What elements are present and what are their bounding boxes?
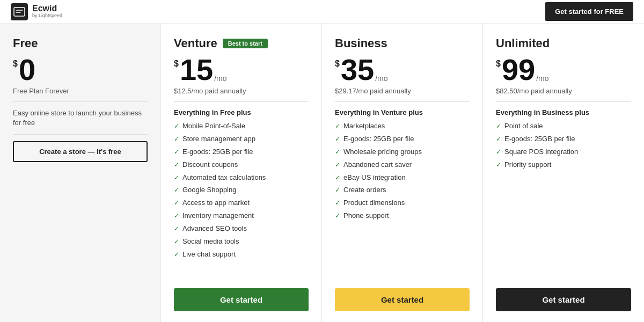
features-title-unlimited: Everything in Business plus	[496, 108, 631, 116]
plan-header-free: Free	[13, 36, 148, 50]
price-annual-free: Free Plan Forever	[13, 87, 148, 102]
cta-button-venture[interactable]: Get started	[174, 288, 309, 311]
features-title-business: Everything in Venture plus	[335, 108, 470, 116]
check-icon: ✓	[174, 212, 179, 221]
feature-item: ✓ Marketplaces	[335, 122, 470, 131]
price-annual-business: $29.17/mo paid annually	[335, 87, 470, 102]
price-amount-free: 0	[19, 55, 35, 85]
logo-main-text: Ecwid	[32, 4, 62, 13]
header-cta-button[interactable]: Get started for FREE	[545, 2, 633, 21]
cta-button-free[interactable]: Create a store — it's free	[13, 141, 148, 162]
feature-text: Create orders	[343, 186, 386, 195]
price-row-free: $ 0	[13, 55, 148, 85]
price-row-unlimited: $ 99 /mo	[496, 55, 631, 85]
plan-header-business: Business	[335, 36, 470, 50]
feature-text: Phone support	[343, 211, 389, 221]
features-title-venture: Everything in Free plus	[174, 108, 309, 116]
check-icon: ✓	[335, 148, 340, 157]
feature-item: ✓ E-goods: 25GB per file	[496, 135, 631, 144]
feature-text: E-goods: 25GB per file	[504, 135, 575, 144]
features-section-business: Everything in Venture plus ✓ Marketplace…	[335, 108, 470, 288]
feature-item: ✓ Point of sale	[496, 122, 631, 131]
header: Ecwid by Lightspeed Get started for FREE	[0, 0, 644, 24]
cta-button-unlimited[interactable]: Get started	[496, 288, 631, 311]
feature-item: ✓ Phone support	[335, 211, 470, 221]
price-amount-unlimited: 99	[502, 55, 535, 85]
check-icon: ✓	[174, 199, 179, 208]
check-icon: ✓	[496, 161, 501, 170]
price-dollar-unlimited: $	[496, 59, 501, 69]
check-icon: ✓	[174, 238, 179, 246]
price-row-venture: $ 15 /mo	[174, 55, 309, 85]
check-icon: ✓	[174, 122, 179, 131]
feature-text: eBay US integration	[343, 173, 406, 182]
plan-card-unlimited: Unlimited $ 99 /mo $82.50/mo paid annual…	[483, 24, 644, 322]
feature-text: Live chat support	[182, 250, 236, 259]
price-dollar-business: $	[335, 59, 340, 69]
check-icon: ✓	[496, 122, 501, 131]
features-section-unlimited: Everything in Business plus ✓ Point of s…	[496, 108, 631, 288]
price-dollar-free: $	[13, 59, 18, 69]
check-icon: ✓	[174, 225, 179, 233]
feature-text: Google Shopping	[182, 186, 236, 195]
svg-rect-0	[14, 8, 25, 16]
feature-text: E-goods: 25GB per file	[343, 135, 414, 144]
feature-text: Point of sale	[504, 122, 543, 131]
feature-text: Access to app market	[182, 199, 250, 208]
check-icon: ✓	[335, 174, 340, 182]
feature-item: ✓ Inventory management	[174, 211, 309, 221]
feature-text: E-goods: 25GB per file	[182, 148, 253, 157]
logo-sub-text: by Lightspeed	[32, 13, 62, 19]
plan-header-venture: Venture Best to start	[174, 36, 309, 50]
feature-item: ✓ Square POS integration	[496, 148, 631, 157]
price-row-business: $ 35 /mo	[335, 55, 470, 85]
feature-item: ✓ Google Shopping	[174, 186, 309, 195]
price-annual-unlimited: $82.50/mo paid annually	[496, 87, 631, 102]
check-icon: ✓	[174, 186, 179, 195]
check-icon: ✓	[496, 148, 501, 157]
check-icon: ✓	[174, 135, 179, 144]
feature-item: ✓ Discount coupons	[174, 160, 309, 170]
feature-item: ✓ Automated tax calculations	[174, 173, 309, 182]
check-icon: ✓	[174, 251, 179, 259]
check-icon: ✓	[174, 174, 179, 182]
feature-item: ✓ Access to app market	[174, 199, 309, 208]
feature-text: Square POS integration	[504, 148, 578, 157]
feature-text: Priority support	[504, 160, 551, 170]
feature-text: Advanced SEO tools	[182, 224, 247, 233]
feature-text: Product dimensions	[343, 199, 405, 208]
plan-name-venture: Venture	[174, 36, 217, 50]
feature-item: ✓ E-goods: 25GB per file	[174, 148, 309, 157]
feature-text: Automated tax calculations	[182, 173, 266, 182]
plan-card-free: Free $ 0 Free Plan ForeverEasy online st…	[0, 24, 161, 322]
feature-item: ✓ Priority support	[496, 160, 631, 170]
feature-item: ✓ Store management app	[174, 135, 309, 144]
feature-text: Marketplaces	[343, 122, 385, 131]
logo: Ecwid by Lightspeed	[11, 3, 62, 20]
feature-text: Abandoned cart saver	[343, 160, 412, 170]
plan-name-business: Business	[335, 36, 387, 50]
check-icon: ✓	[496, 135, 501, 144]
price-period-venture: /mo	[214, 74, 226, 83]
feature-item: ✓ Mobile Point-of-Sale	[174, 122, 309, 131]
plan-card-venture: Venture Best to start $ 15 /mo $12.5/mo …	[161, 24, 322, 322]
feature-item: ✓ Advanced SEO tools	[174, 224, 309, 233]
feature-item: ✓ E-goods: 25GB per file	[335, 135, 470, 144]
check-icon: ✓	[174, 161, 179, 170]
plan-name-free: Free	[13, 36, 38, 50]
best-badge-venture: Best to start	[223, 39, 268, 48]
plan-tagline-free: Easy online store to launch your busines…	[13, 108, 148, 135]
price-period-business: /mo	[375, 74, 387, 83]
feature-item: ✓ Create orders	[335, 186, 470, 195]
logo-icon	[11, 3, 28, 20]
feature-item: ✓ Abandoned cart saver	[335, 160, 470, 170]
check-icon: ✓	[335, 212, 340, 221]
cta-button-business[interactable]: Get started	[335, 288, 470, 311]
check-icon: ✓	[335, 199, 340, 208]
price-annual-venture: $12.5/mo paid annually	[174, 87, 309, 102]
check-icon: ✓	[174, 148, 179, 157]
check-icon: ✓	[335, 135, 340, 144]
price-period-unlimited: /mo	[536, 74, 548, 83]
plan-header-unlimited: Unlimited	[496, 36, 631, 50]
feature-text: Inventory management	[182, 211, 254, 221]
